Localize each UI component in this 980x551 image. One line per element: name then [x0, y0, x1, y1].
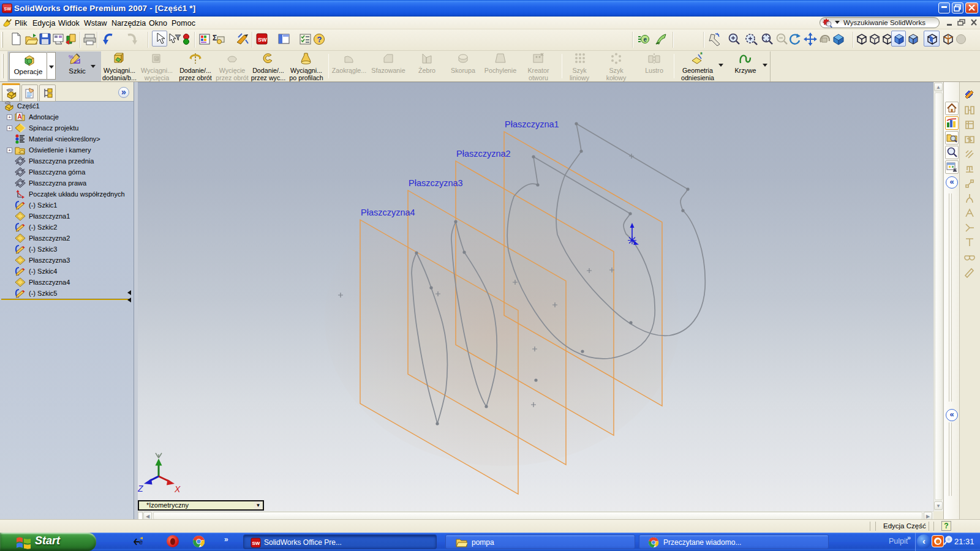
svg-text:SW: SW [258, 37, 267, 43]
svg-text:e: e [139, 538, 143, 545]
svg-text:A: A [18, 113, 22, 120]
svg-text:SW: SW [4, 6, 11, 12]
svg-text:X: X [174, 484, 181, 494]
svg-text:Z: Z [138, 484, 143, 493]
svg-text:e: e [644, 36, 647, 43]
svg-text:?: ? [317, 35, 322, 44]
svg-text:%: % [69, 54, 74, 60]
svg-text:SW: SW [252, 541, 260, 546]
svg-text:*: * [700, 52, 703, 58]
svg-text:Σ: Σ [213, 34, 217, 42]
